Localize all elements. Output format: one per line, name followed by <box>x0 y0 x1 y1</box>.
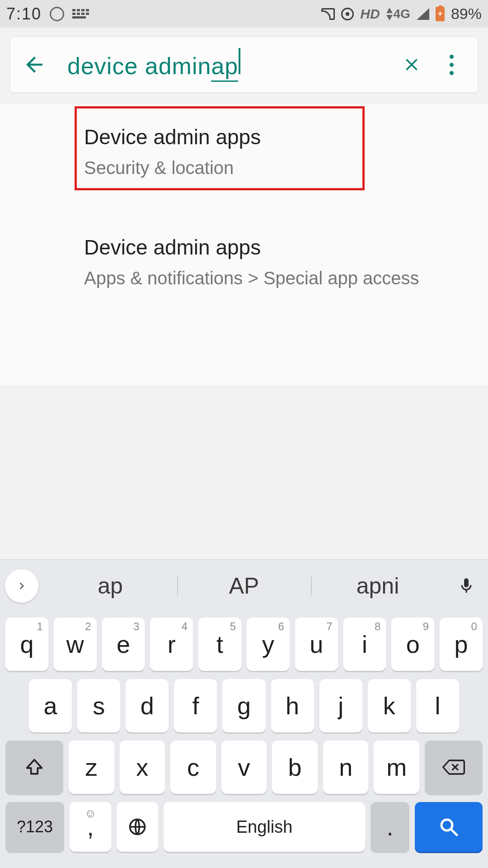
comma-key[interactable]: ☺ , <box>70 802 111 852</box>
suggestion-item[interactable]: AP <box>177 573 311 599</box>
voice-input-button[interactable] <box>445 575 488 597</box>
key-z[interactable]: z <box>69 741 114 794</box>
key-v[interactable]: v <box>221 741 267 794</box>
more-vert-icon <box>450 55 454 75</box>
search-icon <box>438 816 460 838</box>
key-t[interactable]: t5 <box>198 618 241 671</box>
key-c[interactable]: c <box>170 741 216 794</box>
key-m[interactable]: m <box>374 741 419 794</box>
search-bar: device admin ap <box>10 37 478 93</box>
space-key[interactable]: English <box>164 802 365 852</box>
key-n[interactable]: n <box>323 741 369 794</box>
signal-icon <box>417 8 429 20</box>
key-a[interactable]: a <box>29 679 72 732</box>
key-q[interactable]: q1 <box>5 618 48 671</box>
search-results: Device admin apps Security & location De… <box>0 104 488 385</box>
hotspot-icon <box>341 8 354 20</box>
emoji-hint-icon: ☺ <box>84 807 97 821</box>
back-button[interactable] <box>19 52 50 77</box>
result-subtitle: Security & location <box>84 156 364 180</box>
search-enter-key[interactable] <box>415 802 483 852</box>
svg-line-2 <box>451 830 457 835</box>
language-switch-key[interactable] <box>117 802 158 852</box>
result-title: Device admin apps <box>84 235 488 259</box>
key-u[interactable]: u7 <box>295 618 338 671</box>
suggestion-item[interactable]: ap <box>43 573 177 599</box>
keyboard-indicator-icon <box>72 9 89 19</box>
key-d[interactable]: d <box>126 679 169 732</box>
microphone-icon <box>457 575 475 597</box>
battery-icon <box>436 7 445 21</box>
key-f[interactable]: f <box>174 679 217 732</box>
key-o[interactable]: o9 <box>391 618 434 671</box>
expand-suggestions-button[interactable] <box>0 569 43 603</box>
status-time: 7:10 <box>6 5 42 24</box>
result-subtitle: Apps & notifications > Special app acces… <box>84 266 488 290</box>
shift-icon <box>24 757 44 777</box>
battery-percent: 89% <box>451 5 482 23</box>
key-w[interactable]: w2 <box>54 618 97 671</box>
search-text-prefix: device admin <box>67 52 211 80</box>
key-j[interactable]: j <box>319 679 362 732</box>
key-g[interactable]: g <box>222 679 265 732</box>
backspace-key[interactable] <box>425 741 483 794</box>
search-text-composing: ap <box>211 52 238 82</box>
result-title: Device admin apps <box>84 125 364 149</box>
symbols-key[interactable]: ?123 <box>5 802 64 852</box>
clear-search-button[interactable] <box>390 55 433 75</box>
status-circle-icon <box>50 7 64 21</box>
key-p[interactable]: p0 <box>440 618 483 671</box>
globe-icon <box>127 817 147 837</box>
key-h[interactable]: h <box>271 679 314 732</box>
key-l[interactable]: l <box>416 679 459 732</box>
period-key[interactable]: . <box>371 802 409 852</box>
suggestion-item[interactable]: apni <box>311 573 445 599</box>
key-k[interactable]: k <box>368 679 411 732</box>
backspace-icon <box>441 758 466 776</box>
text-cursor <box>239 48 240 74</box>
key-e[interactable]: e3 <box>102 618 145 671</box>
search-result-item[interactable]: Device admin apps Security & location <box>75 107 364 190</box>
status-bar: 7:10 HD 4G 89% <box>0 0 488 28</box>
more-options-button[interactable] <box>433 55 469 75</box>
search-input[interactable]: device admin ap <box>50 48 390 82</box>
cast-icon <box>321 8 335 20</box>
key-b[interactable]: b <box>272 741 318 794</box>
suggestion-bar: ap AP apni <box>0 560 488 612</box>
shift-key[interactable] <box>5 741 63 794</box>
key-i[interactable]: i8 <box>343 618 386 671</box>
search-result-item[interactable]: Device admin apps Apps & notifications >… <box>0 222 488 306</box>
hd-indicator: HD <box>360 6 380 22</box>
chevron-right-icon <box>15 579 28 593</box>
key-s[interactable]: s <box>77 679 120 732</box>
soft-keyboard: ap AP apni q1w2e3r4t5y6u7i8o9p0 asdfghjk… <box>0 559 488 868</box>
mobile-data-indicator: 4G <box>386 7 410 21</box>
key-y[interactable]: y6 <box>247 618 290 671</box>
key-x[interactable]: x <box>120 741 165 794</box>
key-r[interactable]: r4 <box>150 618 193 671</box>
